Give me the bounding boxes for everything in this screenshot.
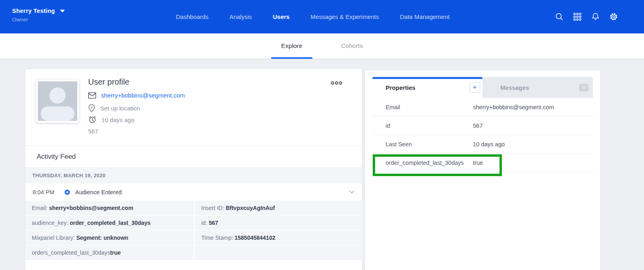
property-value: 10 days ago xyxy=(473,141,505,147)
event-property-cell xyxy=(195,245,363,260)
property-value: 567 xyxy=(473,123,483,129)
event-property-cell: audience_key: order_completed_last_30day… xyxy=(25,216,194,230)
property-row: Last Seen 10 days ago xyxy=(372,135,593,154)
activity-event-row[interactable]: 8:04 PM Audience Entered xyxy=(25,183,362,201)
tab-explore[interactable]: Explore xyxy=(271,33,313,59)
property-row-highlighted: order_completed_last_30days true xyxy=(372,154,593,172)
event-time: 8:04 PM xyxy=(33,189,64,195)
add-property-button[interactable]: + xyxy=(469,82,480,93)
more-options-icon[interactable] xyxy=(330,81,343,85)
properties-panel-card: Properties + Messages 0 Email sherry+bob… xyxy=(365,70,601,270)
workspace-caret-down-icon xyxy=(60,10,65,12)
notifications-bell-icon[interactable] xyxy=(591,12,600,21)
nav-users[interactable]: Users xyxy=(273,13,290,20)
active-tab-underline xyxy=(271,57,313,59)
profile-last-seen: 10 days ago xyxy=(101,116,134,123)
tab-messages-label: Messages xyxy=(483,84,529,91)
nav-analysis[interactable]: Analysis xyxy=(229,13,252,20)
property-row: id 567 xyxy=(372,116,593,135)
audience-marker-icon xyxy=(64,189,70,195)
property-key: Last Seen xyxy=(372,141,473,147)
event-property-cell: Email: sherry+bobbins@segment.com xyxy=(25,201,194,215)
event-property-cell: id: 567 xyxy=(195,216,363,230)
tab-explore-label: Explore xyxy=(281,42,303,50)
event-property-cell: orders_completed_last_30daystrue xyxy=(25,245,194,260)
property-value: true xyxy=(473,160,483,166)
profile-user-id: 567 xyxy=(88,128,98,135)
workspace-name[interactable]: Sherry Testing xyxy=(12,7,55,14)
top-navigation-bar: Sherry Testing Owner Dashboards Analysis… xyxy=(0,0,644,33)
apps-grid-icon[interactable] xyxy=(573,12,582,21)
page-tab-bar: Explore Cohorts xyxy=(0,33,644,59)
tab-properties-label: Properties xyxy=(372,84,415,91)
nav-dashboards[interactable]: Dashboards xyxy=(176,13,208,20)
settings-gear-icon[interactable] xyxy=(609,12,618,21)
location-pin-icon xyxy=(88,104,95,112)
nav-data-management[interactable]: Data Management xyxy=(400,13,450,20)
profile-location[interactable]: Set up location xyxy=(100,105,140,112)
nav-messages-experiments[interactable]: Messages & Experiments xyxy=(310,13,379,20)
properties-panel-tabs: Properties + Messages 0 xyxy=(372,77,593,98)
profile-header: User profile sherry+bobbins@segment.com … xyxy=(25,69,362,145)
profile-email-link[interactable]: sherry+bobbins@segment.com xyxy=(101,92,185,99)
event-property-cell: Insert ID: BftvpxcuyAgInAuf xyxy=(195,201,363,215)
activity-date-header: THURSDAY, MARCH 19, 2020 xyxy=(25,167,362,183)
property-row: Email sherry+bobbins@segment.com xyxy=(372,98,593,116)
topbar-icon-group xyxy=(555,0,618,33)
property-value-email-link[interactable]: sherry+bobbins@segment.com xyxy=(473,104,554,110)
profile-title: User profile xyxy=(88,77,129,87)
tab-properties[interactable]: Properties + xyxy=(372,77,483,98)
alarm-clock-icon xyxy=(88,116,97,124)
tab-cohorts[interactable]: Cohorts xyxy=(331,33,373,59)
property-key: order_completed_last_30days xyxy=(372,160,473,166)
envelope-icon xyxy=(88,92,96,99)
avatar xyxy=(36,79,79,123)
event-properties-grid: Email: sherry+bobbins@segment.com Insert… xyxy=(25,201,362,260)
event-name: Audience Entered xyxy=(75,189,122,195)
property-key: Email xyxy=(372,104,473,110)
workspace-role: Owner xyxy=(12,17,65,23)
property-key: id xyxy=(372,123,473,129)
tab-messages[interactable]: Messages 0 xyxy=(483,77,593,98)
event-property-cell: Mixpanel Library: Segment: unknown xyxy=(25,231,194,245)
activity-feed-title: Activity Feed xyxy=(25,145,362,167)
main-nav: Dashboards Analysis Users Messages & Exp… xyxy=(176,0,450,33)
user-profile-card: User profile sherry+bobbins@segment.com … xyxy=(25,69,362,270)
messages-count-badge: 0 xyxy=(579,84,588,91)
chevron-down-icon[interactable] xyxy=(349,190,355,194)
tab-cohorts-label: Cohorts xyxy=(341,42,363,50)
search-icon[interactable] xyxy=(555,12,564,21)
workspace-switcher[interactable]: Sherry Testing Owner xyxy=(12,7,65,23)
event-property-cell: Time Stamp: 1585045844102 xyxy=(195,231,363,245)
